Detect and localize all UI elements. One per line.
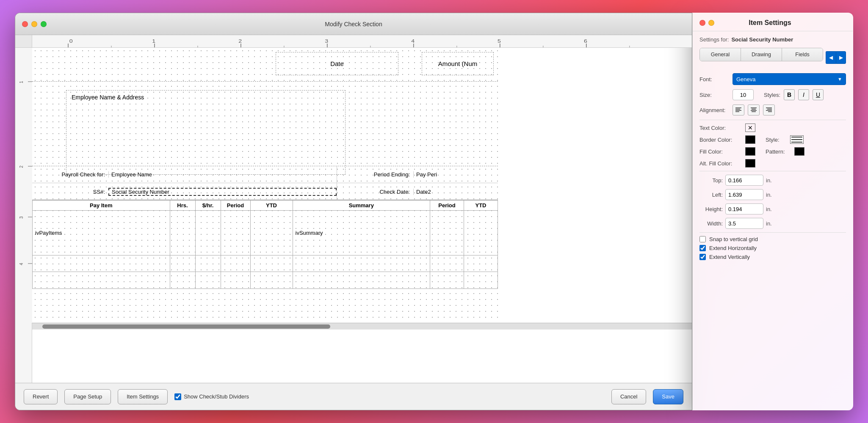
table-row-empty2 bbox=[33, 272, 498, 289]
panel-minimize-button[interactable] bbox=[708, 20, 714, 26]
col-rate: $/hr. bbox=[195, 201, 221, 211]
font-select[interactable]: Geneva ▼ bbox=[733, 73, 846, 85]
border-style-label: Style: bbox=[766, 137, 787, 143]
checkdate-label: Check Date: bbox=[337, 189, 413, 195]
traffic-lights bbox=[22, 21, 47, 27]
alt-fill-color-row: Alt. Fill Color: bbox=[699, 159, 846, 168]
alt-fill-color-label: Alt. Fill Color: bbox=[699, 160, 742, 167]
size-input[interactable]: 10 bbox=[733, 89, 754, 100]
page-setup-button[interactable]: Page Setup bbox=[64, 389, 111, 404]
extend-h-checkbox[interactable] bbox=[699, 245, 706, 251]
width-row: Width: in. bbox=[699, 218, 846, 229]
panel-close-button[interactable] bbox=[699, 20, 705, 26]
svg-text:2: 2 bbox=[238, 39, 242, 44]
horizontal-ruler: 0 1 2 3 4 5 6 bbox=[32, 35, 692, 48]
pattern-label: Pattern: bbox=[766, 148, 791, 155]
item-settings-button[interactable]: Item Settings bbox=[118, 389, 168, 404]
panel-body: Settings for: Social Security Number Gen… bbox=[693, 31, 853, 410]
minimize-button[interactable] bbox=[31, 21, 37, 27]
col-hrs: Hrs. bbox=[170, 201, 195, 211]
vertical-ruler: 1 2 3 4 bbox=[15, 48, 32, 383]
window-title: Modify Check Section bbox=[325, 21, 382, 27]
show-dividers-wrapper: Show Check/Stub Dividers bbox=[174, 393, 249, 400]
period-value: Pay Peri bbox=[413, 171, 498, 178]
align-center-button[interactable] bbox=[748, 104, 760, 115]
section-row2: Employee Name & Address bbox=[32, 82, 498, 166]
canvas-scroll[interactable]: Date Amount (Num Employee Name & bbox=[32, 48, 692, 383]
svg-text:4: 4 bbox=[19, 263, 24, 265]
cancel-button[interactable]: Cancel bbox=[611, 389, 646, 404]
tab-fields[interactable]: Fields bbox=[782, 48, 823, 61]
underline-button[interactable]: U bbox=[813, 89, 824, 100]
close-button[interactable] bbox=[22, 21, 28, 27]
alt-fill-color-box[interactable] bbox=[745, 159, 755, 168]
font-value: Geneva bbox=[736, 76, 756, 82]
height-row: Height: in. bbox=[699, 203, 846, 214]
svg-rect-22 bbox=[15, 48, 32, 323]
svg-text:2: 2 bbox=[19, 165, 24, 168]
show-dividers-label: Show Check/Stub Dividers bbox=[184, 393, 249, 400]
styles-label: Styles: bbox=[764, 92, 780, 98]
main-content: 0 1 2 3 4 5 6 bbox=[15, 35, 692, 383]
height-input[interactable] bbox=[725, 203, 763, 214]
border-color-row: Border Color: Style: bbox=[699, 135, 846, 144]
ytd-cell bbox=[250, 211, 293, 255]
show-dividers-checkbox[interactable] bbox=[174, 393, 181, 400]
italic-button[interactable]: I bbox=[798, 89, 809, 100]
table-row-empty1 bbox=[33, 255, 498, 272]
maximize-button[interactable] bbox=[41, 21, 47, 27]
tab-arrow-left[interactable]: ◀ bbox=[826, 51, 836, 64]
date-field[interactable]: Date bbox=[276, 52, 398, 75]
fill-color-label: Fill Color: bbox=[699, 148, 742, 155]
col-summary-period: Period bbox=[430, 201, 464, 211]
scroll-thumb[interactable] bbox=[42, 324, 330, 329]
svg-text:4: 4 bbox=[411, 39, 415, 44]
right-panel: Item Settings Settings for: Social Secur… bbox=[692, 13, 853, 410]
emp-name-field[interactable]: Employee Name & Address bbox=[66, 90, 346, 175]
extend-h-label: Extend Horizontally bbox=[709, 245, 757, 251]
checkdate-value: Date2 bbox=[413, 189, 498, 195]
tab-drawing[interactable]: Drawing bbox=[741, 48, 782, 61]
canvas-area: 1 2 3 4 bbox=[15, 48, 692, 383]
panel-title-bar: Item Settings bbox=[693, 13, 853, 31]
amount-field[interactable]: Amount (Num bbox=[422, 52, 494, 75]
border-style-select[interactable] bbox=[790, 135, 804, 144]
period-row: Period Ending: Pay Peri bbox=[337, 166, 498, 183]
align-right-button[interactable] bbox=[763, 104, 775, 115]
revert-button[interactable]: Revert bbox=[24, 389, 58, 404]
border-color-box[interactable] bbox=[745, 135, 755, 144]
ss-value[interactable]: Social Security Number bbox=[108, 188, 337, 196]
divider-3 bbox=[699, 232, 846, 233]
tab-row: General Drawing Fields bbox=[699, 48, 823, 61]
check-area: Date Amount (Num Employee Name & bbox=[32, 48, 498, 323]
fill-color-box[interactable] bbox=[745, 147, 755, 156]
tab-arrow-right[interactable]: ▶ bbox=[836, 51, 846, 64]
svg-text:1: 1 bbox=[152, 39, 155, 44]
pattern-box[interactable] bbox=[794, 147, 804, 156]
width-unit: in. bbox=[766, 220, 772, 227]
period-cell bbox=[221, 211, 250, 255]
font-row: Font: Geneva ▼ bbox=[699, 73, 846, 85]
section-row4: Pay Item Hrs. $/hr. Period YTD Summary P… bbox=[32, 200, 498, 289]
col-period: Period bbox=[221, 201, 250, 211]
horizontal-scrollbar[interactable] bbox=[32, 323, 692, 330]
emp-name-label: Employee Name & Address bbox=[66, 91, 345, 104]
bold-button[interactable]: B bbox=[784, 89, 795, 100]
tab-general[interactable]: General bbox=[700, 48, 741, 61]
summary-cell: ivSummary bbox=[293, 211, 430, 255]
rate-cell bbox=[195, 211, 221, 255]
top-input[interactable] bbox=[725, 175, 763, 186]
text-color-box[interactable]: ✕ bbox=[745, 124, 755, 132]
extend-v-checkbox[interactable] bbox=[699, 254, 706, 260]
snap-row: Snap to vertical grid bbox=[699, 236, 846, 242]
left-input[interactable] bbox=[725, 189, 763, 200]
svg-text:5: 5 bbox=[498, 39, 501, 44]
summary-period-cell bbox=[430, 211, 464, 255]
width-input[interactable] bbox=[725, 218, 763, 229]
snap-checkbox[interactable] bbox=[699, 236, 706, 242]
main-window: Modify Check Section 0 1 2 bbox=[15, 13, 692, 410]
svg-text:6: 6 bbox=[584, 39, 587, 44]
save-button[interactable]: Save bbox=[653, 389, 683, 404]
align-left-button[interactable] bbox=[733, 104, 744, 115]
alignment-row: Alignment: bbox=[699, 104, 846, 115]
